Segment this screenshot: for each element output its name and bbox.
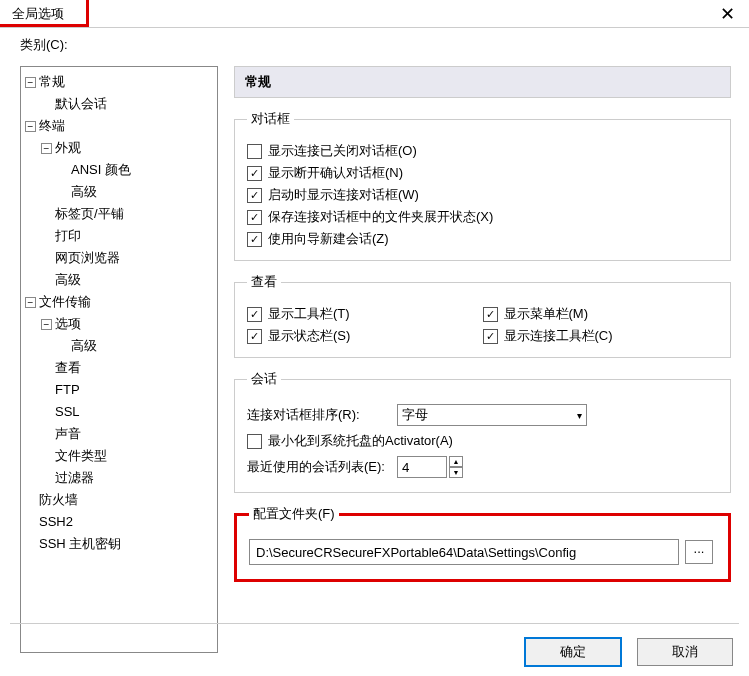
- chk-save-expand[interactable]: [247, 210, 262, 225]
- chk-toolbar[interactable]: [247, 307, 262, 322]
- lbl-disconnect-confirm: 显示断开确认对话框(N): [268, 164, 403, 182]
- cancel-button[interactable]: 取消: [637, 638, 733, 666]
- tree-terminal[interactable]: 终端: [39, 118, 65, 133]
- config-path-input[interactable]: D:\SecureCRSecureFXPortable64\Data\Setti…: [249, 539, 679, 565]
- recent-label: 最近使用的会话列表(E):: [247, 458, 397, 476]
- tree-appearance[interactable]: 外观: [55, 140, 81, 155]
- lbl-save-expand: 保存连接对话框中的文件夹展开状态(X): [268, 208, 493, 226]
- session-group: 会话 连接对话框排序(R): 字母 ▾ 最小化到系统托盘的Activator(A…: [234, 370, 731, 493]
- config-legend: 配置文件夹(F): [249, 505, 339, 523]
- tree-browser[interactable]: 网页浏览器: [55, 250, 120, 265]
- view-legend: 查看: [247, 273, 281, 291]
- dialog-legend: 对话框: [247, 110, 294, 128]
- lbl-connect-toolbar: 显示连接工具栏(C): [504, 327, 613, 345]
- lbl-toolbar: 显示工具栏(T): [268, 305, 350, 323]
- chk-connect-startup[interactable]: [247, 188, 262, 203]
- session-legend: 会话: [247, 370, 281, 388]
- chk-show-closed[interactable]: [247, 144, 262, 159]
- panel-title: 常规: [234, 66, 731, 98]
- close-icon[interactable]: ✕: [714, 3, 741, 25]
- collapse-icon[interactable]: −: [41, 319, 52, 330]
- tree-ssh-hostkey[interactable]: SSH 主机密钥: [39, 536, 121, 551]
- tree-advanced2[interactable]: 高级: [55, 272, 81, 287]
- chevron-down-icon: ▾: [577, 410, 582, 421]
- tree-tabs[interactable]: 标签页/平铺: [55, 206, 124, 221]
- tree-default-session[interactable]: 默认会话: [55, 96, 107, 111]
- spin-down-icon[interactable]: ▼: [449, 467, 463, 478]
- sort-value: 字母: [402, 406, 428, 424]
- tree-general[interactable]: 常规: [39, 74, 65, 89]
- collapse-icon[interactable]: −: [25, 77, 36, 88]
- collapse-icon[interactable]: −: [25, 297, 36, 308]
- chk-min-tray[interactable]: [247, 434, 262, 449]
- lbl-connect-startup: 启动时显示连接对话框(W): [268, 186, 419, 204]
- view-group: 查看 显示工具栏(T) 显示状态栏(S) 显示菜单栏(M) 显示连接工具栏(C): [234, 273, 731, 358]
- dialog-group: 对话框 显示连接已关闭对话框(O) 显示断开确认对话框(N) 启动时显示连接对话…: [234, 110, 731, 261]
- sort-label: 连接对话框排序(R):: [247, 406, 397, 424]
- tree-advanced3[interactable]: 高级: [71, 338, 97, 353]
- tree-ansi-color[interactable]: ANSI 颜色: [71, 162, 131, 177]
- tree-file-transfer[interactable]: 文件传输: [39, 294, 91, 309]
- settings-panel: 常规 对话框 显示连接已关闭对话框(O) 显示断开确认对话框(N) 启动时显示连…: [234, 66, 739, 653]
- chk-connect-toolbar[interactable]: [483, 329, 498, 344]
- tree-advanced[interactable]: 高级: [71, 184, 97, 199]
- lbl-wizard: 使用向导新建会话(Z): [268, 230, 389, 248]
- sort-select[interactable]: 字母 ▾: [397, 404, 587, 426]
- tree-firewall[interactable]: 防火墙: [39, 492, 78, 507]
- title-bar: 全局选项 ✕: [0, 0, 749, 28]
- tree-ftp[interactable]: FTP: [55, 382, 80, 397]
- lbl-min-tray: 最小化到系统托盘的Activator(A): [268, 432, 453, 450]
- tree-sound[interactable]: 声音: [55, 426, 81, 441]
- tree-view[interactable]: 查看: [55, 360, 81, 375]
- chk-menubar[interactable]: [483, 307, 498, 322]
- browse-button[interactable]: ...: [685, 540, 713, 564]
- tree-ssl[interactable]: SSL: [55, 404, 80, 419]
- chk-disconnect-confirm[interactable]: [247, 166, 262, 181]
- category-tree[interactable]: −常规 默认会话 −终端 −外观 ANSI 颜色 高级 标签页/平铺 打印 网页…: [20, 66, 218, 653]
- recent-input[interactable]: [397, 456, 447, 478]
- collapse-icon[interactable]: −: [25, 121, 36, 132]
- category-label: 类别(C):: [0, 36, 749, 54]
- chk-wizard[interactable]: [247, 232, 262, 247]
- tree-options[interactable]: 选项: [55, 316, 81, 331]
- chk-statusbar[interactable]: [247, 329, 262, 344]
- tree-filetype[interactable]: 文件类型: [55, 448, 107, 463]
- tree-filter[interactable]: 过滤器: [55, 470, 94, 485]
- tree-print[interactable]: 打印: [55, 228, 81, 243]
- lbl-menubar: 显示菜单栏(M): [504, 305, 589, 323]
- lbl-statusbar: 显示状态栏(S): [268, 327, 350, 345]
- title-highlight: [0, 0, 89, 27]
- config-path-value: D:\SecureCRSecureFXPortable64\Data\Setti…: [256, 545, 576, 560]
- spin-up-icon[interactable]: ▲: [449, 456, 463, 467]
- ok-button[interactable]: 确定: [525, 638, 621, 666]
- divider: [10, 623, 739, 624]
- lbl-show-closed: 显示连接已关闭对话框(O): [268, 142, 417, 160]
- collapse-icon[interactable]: −: [41, 143, 52, 154]
- tree-ssh2[interactable]: SSH2: [39, 514, 73, 529]
- config-folder-group: 配置文件夹(F) D:\SecureCRSecureFXPortable64\D…: [234, 505, 731, 582]
